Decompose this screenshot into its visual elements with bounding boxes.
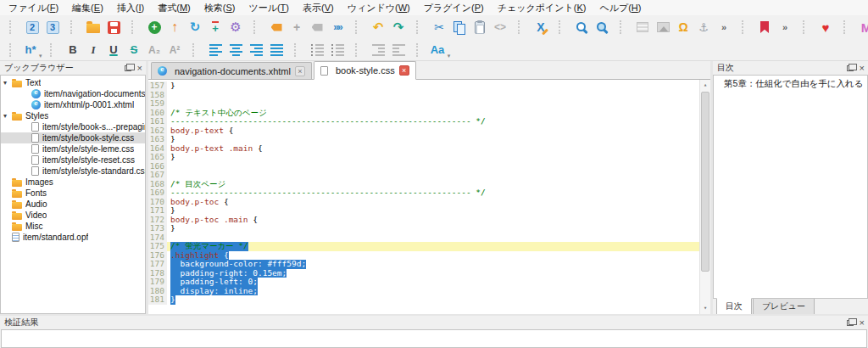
underline-button[interactable]: U xyxy=(104,41,123,59)
menu-insert[interactable]: 挿入(I) xyxy=(110,1,151,15)
metadata-editor-button[interactable] xyxy=(633,18,652,36)
tab-close-icon[interactable]: × xyxy=(295,66,305,76)
insert-split-marker-button[interactable]: + xyxy=(287,18,306,36)
toc-entry[interactable]: 第5章：仕組化で自由を手に入れる xyxy=(714,76,867,90)
strikethrough-button[interactable]: S xyxy=(125,41,143,59)
redo-button[interactable]: ↷ xyxy=(389,18,408,36)
epub2-button[interactable]: 2 xyxy=(23,18,42,36)
code-line-181[interactable]: 181} xyxy=(148,295,710,305)
scrollbar-thumb[interactable] xyxy=(701,92,709,272)
float-panel-icon[interactable] xyxy=(125,65,131,71)
plugin-m-button[interactable]: M xyxy=(857,18,868,36)
code-line-180[interactable]: 180 display: inline; xyxy=(148,287,710,296)
paste-button[interactable] xyxy=(470,18,489,36)
code-view-button[interactable]: <> xyxy=(491,18,509,36)
float-panel-icon[interactable] xyxy=(847,320,854,326)
menu-file[interactable]: ファイル(F) xyxy=(2,1,65,15)
tree-item-style-reset-css[interactable]: item/style/style-reset.css xyxy=(1,154,145,166)
code-line-169[interactable]: 169-------------------------------------… xyxy=(148,188,710,198)
float-panel-icon[interactable] xyxy=(847,65,854,71)
tree-folder-fonts[interactable]: Fonts xyxy=(1,188,145,199)
favorites-button[interactable]: ♥ xyxy=(816,18,835,36)
code-line-165[interactable]: 165} xyxy=(148,153,710,162)
indent-button[interactable] xyxy=(389,41,408,59)
epub3-button[interactable]: 3 xyxy=(43,18,62,36)
save-button[interactable] xyxy=(104,18,123,36)
tree-folder-video[interactable]: Video xyxy=(1,210,145,221)
tree-item-p-0001[interactable]: item/xhtml/p-0001.xhtml xyxy=(1,99,145,110)
italic-button[interactable]: I xyxy=(84,41,103,59)
tree-folder-text[interactable]: ▾ Text xyxy=(1,77,145,88)
edit-xml-button[interactable]: X xyxy=(531,18,550,36)
undo-button[interactable]: ↶ xyxy=(369,18,387,36)
code-line-157[interactable]: 157} xyxy=(148,81,710,91)
tab-navigation-documents[interactable]: navigation-documents.xhtml × xyxy=(151,62,312,79)
superscript-button[interactable]: A² xyxy=(165,41,184,59)
tab-close-icon[interactable]: × xyxy=(399,65,409,76)
code-line-172[interactable]: 172body.p-toc .main { xyxy=(148,216,710,225)
tab-book-style-css[interactable]: book-style.css × xyxy=(314,61,416,80)
subscript-button[interactable]: A₂ xyxy=(145,41,164,59)
bookmark-button[interactable] xyxy=(755,18,774,36)
bullet-list-button[interactable] xyxy=(308,41,326,59)
tree-folder-audio[interactable]: Audio xyxy=(1,199,145,210)
settings-button[interactable]: ⚙ xyxy=(226,18,245,36)
menu-plugins[interactable]: プラグイン(P) xyxy=(417,1,491,15)
change-case-button[interactable]: Aa xyxy=(430,41,448,59)
scroll-down-icon[interactable]: ▾ xyxy=(700,303,710,314)
code-line-173[interactable]: 173} xyxy=(148,224,710,233)
split-at-cursor-button[interactable] xyxy=(267,18,286,36)
toolbar-overflow-icon[interactable]: » xyxy=(776,18,794,36)
tree-item-style-standard-css[interactable]: item/style/style-standard.css xyxy=(1,166,145,177)
tree-item-book-style-css[interactable]: item/style/book-style.css xyxy=(1,132,145,143)
tree-folder-styles[interactable]: ▾ Styles xyxy=(1,110,145,121)
find-button[interactable] xyxy=(572,18,591,36)
insert-anchor-button[interactable]: ⚓ xyxy=(694,18,713,36)
new-html-file-button[interactable]: + xyxy=(145,18,164,36)
tree-folder-images[interactable]: Images xyxy=(1,177,145,188)
split-all-button[interactable]: »» xyxy=(328,18,347,36)
heading-button[interactable]: h* xyxy=(23,41,42,59)
find-in-files-button[interactable] xyxy=(593,18,611,36)
special-characters-button[interactable]: Ω xyxy=(674,18,693,36)
menu-help[interactable]: ヘルプ(H) xyxy=(593,1,648,15)
tree-item-style-leme-css[interactable]: item/style/style-leme.css xyxy=(1,143,145,154)
code-editor[interactable]: 157}158159160/* テキスト中心のページ161-----------… xyxy=(148,80,710,314)
code-line-166[interactable]: 166 xyxy=(148,162,710,171)
tree-folder-misc[interactable]: Misc xyxy=(1,221,145,232)
editor-scrollbar[interactable]: ▴ ▾ xyxy=(699,80,710,314)
code-line-158[interactable]: 158 xyxy=(148,91,710,100)
cut-button[interactable]: ✂ xyxy=(430,18,448,36)
tree-item-standard-opf[interactable]: item/standard.opf xyxy=(1,232,145,243)
menu-format[interactable]: 書式(M) xyxy=(151,1,198,15)
dock-tab-toc[interactable]: 目次 xyxy=(716,298,752,316)
outdent-button[interactable] xyxy=(369,41,387,59)
close-panel-icon[interactable]: × xyxy=(860,64,865,72)
validation-results-body[interactable] xyxy=(1,329,867,348)
insert-file-button[interactable]: + xyxy=(206,18,225,36)
add-existing-files-button[interactable]: ↑ xyxy=(165,18,184,36)
menu-view[interactable]: 表示(V) xyxy=(296,1,341,15)
menu-search[interactable]: 検索(S) xyxy=(198,1,242,15)
close-panel-icon[interactable]: × xyxy=(137,64,142,72)
menu-checkpoint[interactable]: チェックポイント(K) xyxy=(491,1,593,15)
align-right-button[interactable] xyxy=(247,41,265,59)
numbered-list-button[interactable] xyxy=(328,41,347,59)
toolbar-overflow-icon[interactable]: » xyxy=(715,18,733,36)
reload-tab-button[interactable]: ↻ xyxy=(186,18,204,36)
menu-window[interactable]: ウィンドウ(W) xyxy=(341,1,417,15)
align-left-button[interactable] xyxy=(206,41,225,59)
scroll-up-icon[interactable]: ▴ xyxy=(700,80,710,91)
code-line-162[interactable]: 162body.p-text { xyxy=(148,126,710,136)
close-panel-icon[interactable]: × xyxy=(860,318,865,327)
tree-item-navigation-documents[interactable]: item/navigation-documents.xhtml xyxy=(1,88,145,99)
open-button[interactable] xyxy=(84,18,103,36)
dock-tab-preview[interactable]: プレビュー xyxy=(753,299,815,316)
menu-tools[interactable]: ツール(T) xyxy=(242,1,296,15)
code-line-175[interactable]: 175/* 蛍光マーカー */ xyxy=(148,242,710,251)
align-center-button[interactable] xyxy=(226,41,245,59)
code-line-164[interactable]: 164body.p-text .main { xyxy=(148,144,710,154)
split-at-markers-button[interactable] xyxy=(308,18,326,36)
bold-button[interactable]: B xyxy=(64,41,82,59)
copy-button[interactable] xyxy=(450,18,469,36)
